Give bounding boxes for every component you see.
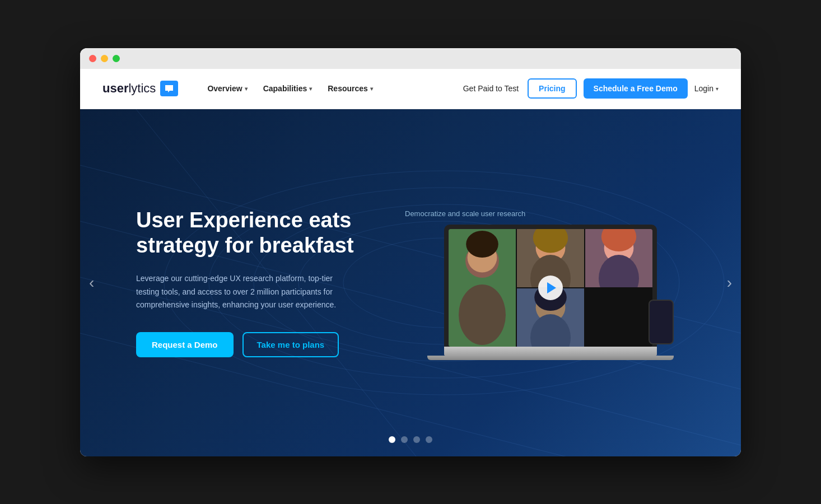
nav-item-resources[interactable]: Resources ▾	[321, 80, 380, 97]
logo[interactable]: userlytics	[102, 81, 178, 96]
request-demo-button[interactable]: Request a Demo	[136, 332, 234, 357]
play-icon	[547, 282, 556, 293]
nav-item-overview[interactable]: Overview ▾	[200, 80, 254, 97]
laptop-base	[444, 347, 657, 356]
logo-text: userlytics	[102, 81, 156, 96]
carousel-dot-4[interactable]	[426, 436, 432, 443]
phone-mockup	[649, 300, 674, 344]
take-me-to-plans-button[interactable]: Take me to plans	[242, 332, 339, 357]
hero-title: User Experience eats strategy for breakf…	[136, 208, 371, 259]
hero-subtitle: Leverage our cutting-edge UX research pl…	[136, 272, 349, 312]
carousel-dot-2[interactable]	[401, 436, 408, 443]
svg-point-12	[459, 284, 506, 345]
hero-buttons: Request a Demo Take me to plans	[136, 332, 371, 357]
svg-point-14	[466, 231, 498, 258]
carousel-dots	[389, 436, 432, 443]
laptop-screen-inner	[449, 229, 652, 347]
laptop-mockup	[444, 225, 657, 356]
hero-content: User Experience eats strategy for breakf…	[80, 174, 741, 391]
browser-window: userlytics Overview ▾ Capabilities ▾ Res…	[80, 48, 741, 456]
chevron-down-icon: ▾	[309, 86, 312, 92]
video-cell-1	[449, 229, 516, 347]
carousel-dot-1[interactable]	[389, 436, 395, 443]
browser-chrome	[80, 48, 741, 69]
hero-right: Democratize and scale user research	[371, 209, 707, 356]
carousel-dot-3[interactable]	[413, 436, 420, 443]
chevron-down-icon: ▾	[245, 86, 248, 92]
login-button[interactable]: Login ▾	[694, 84, 719, 93]
hero-section: ‹ User Experience eats strategy for brea…	[80, 109, 741, 456]
nav-links: Overview ▾ Capabilities ▾ Resources ▾	[200, 80, 460, 97]
pricing-button[interactable]: Pricing	[528, 78, 576, 99]
traffic-light-green[interactable]	[113, 55, 120, 62]
navbar: userlytics Overview ▾ Capabilities ▾ Res…	[80, 69, 741, 109]
get-paid-link[interactable]: Get Paid to Test	[461, 80, 521, 97]
traffic-light-yellow[interactable]	[101, 55, 108, 62]
hero-left: User Experience eats strategy for breakf…	[136, 208, 371, 358]
schedule-demo-button[interactable]: Schedule a Free Demo	[584, 78, 688, 99]
chevron-down-icon: ▾	[370, 86, 373, 92]
carousel-prev-button[interactable]: ‹	[89, 274, 94, 292]
logo-icon	[160, 81, 178, 96]
nav-item-capabilities[interactable]: Capabilities ▾	[256, 80, 319, 97]
chevron-down-icon: ▾	[716, 86, 719, 92]
carousel-next-button[interactable]: ›	[727, 274, 732, 292]
hero-video-label: Democratize and scale user research	[394, 209, 525, 218]
laptop-screen-outer	[444, 225, 657, 347]
laptop	[444, 225, 657, 356]
nav-right: Get Paid to Test Pricing Schedule a Free…	[461, 78, 719, 99]
video-cell-3	[585, 229, 652, 287]
play-button[interactable]	[538, 276, 563, 300]
traffic-light-red[interactable]	[89, 55, 96, 62]
